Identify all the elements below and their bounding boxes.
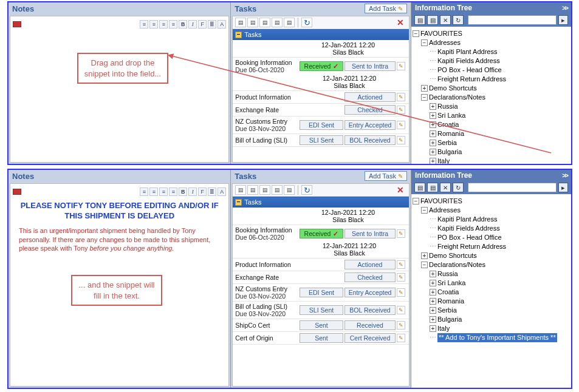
tree-node-label[interactable]: FAVOURITES xyxy=(420,29,462,38)
tree-node-label[interactable]: Romania xyxy=(437,129,464,138)
close-icon[interactable]: ✕ xyxy=(397,185,404,195)
tree-node[interactable]: ⋯** Add to Tony's Important Shipments ** xyxy=(430,333,570,342)
tree-node[interactable]: ⋯Kapiti Fields Address xyxy=(430,56,570,66)
tree-node-label[interactable]: FAVOURITES xyxy=(420,197,462,206)
color-icon[interactable]: A xyxy=(218,188,226,196)
collapse-icon[interactable]: − xyxy=(413,30,419,37)
collapse-icon[interactable]: − xyxy=(421,39,428,46)
task-tool-5-icon[interactable]: ▤ xyxy=(284,185,295,195)
task-tool-4-icon[interactable]: ▤ xyxy=(272,185,283,195)
task-status-1[interactable]: Received✓ xyxy=(300,61,343,71)
tree-node-label[interactable]: Kapiti Plant Address xyxy=(437,215,497,224)
tree-node[interactable]: +Bulgaria xyxy=(430,315,570,324)
bold-icon[interactable]: B xyxy=(179,188,187,196)
collapse-icon[interactable]: − xyxy=(421,262,428,268)
task-status-2[interactable]: Actioned xyxy=(344,92,396,102)
task-edit-icon[interactable]: ✎ xyxy=(397,334,405,342)
expand-icon[interactable]: + xyxy=(430,307,436,314)
tree-node-label[interactable]: Serbia xyxy=(437,306,457,315)
tree-node[interactable]: ⋯Kapiti Fields Address xyxy=(430,224,570,233)
align-right-icon[interactable]: ≡ xyxy=(159,188,168,196)
task-status-1[interactable]: Sent xyxy=(300,333,343,343)
italic-icon[interactable]: I xyxy=(188,20,197,29)
tree-node[interactable]: ⋯PO Box - Head Office xyxy=(430,233,570,242)
tree-node-label[interactable]: PO Box - Head Office xyxy=(437,66,502,75)
align-left-icon[interactable]: ≡ xyxy=(140,20,148,29)
task-status-2[interactable]: BOL Received xyxy=(344,135,396,145)
notes-body[interactable]: ≡ ≡ ≡ ≡ B I F ≣ A PLEASE NOTIFY TONY BEF… xyxy=(10,183,229,387)
bold-icon[interactable]: B xyxy=(179,20,187,29)
task-status-2[interactable]: Sent to Inttra xyxy=(344,61,396,71)
rec-marker-icon[interactable] xyxy=(13,21,21,27)
refresh-icon[interactable]: ↻ xyxy=(301,18,312,27)
expand-icon[interactable]: + xyxy=(430,149,436,155)
task-status-1[interactable]: Sent xyxy=(300,320,343,330)
task-edit-icon[interactable]: ✎ xyxy=(397,62,405,70)
task-edit-icon[interactable]: ✎ xyxy=(397,273,405,282)
tree-node-label[interactable]: Croatia xyxy=(437,120,459,129)
tree-tools-icon[interactable]: ✕ xyxy=(440,183,451,192)
task-tool-2-icon[interactable]: ▤ xyxy=(247,18,258,27)
align-left-icon[interactable]: ≡ xyxy=(140,188,148,196)
expand-icon[interactable]: + xyxy=(430,112,436,119)
tree-node-label[interactable]: Italy xyxy=(437,324,450,333)
task-tool-1-icon[interactable]: ▤ xyxy=(235,185,246,195)
chevron-right-icon[interactable]: >> xyxy=(562,4,567,12)
collapse-icon[interactable]: − xyxy=(421,94,428,101)
tree-node[interactable]: +Italy xyxy=(430,157,570,164)
expand-icon[interactable]: + xyxy=(421,252,428,259)
tree-node-label[interactable]: Kapiti Fields Address xyxy=(437,224,500,233)
tree-node[interactable]: ⋯Freight Return Address xyxy=(430,75,570,84)
rec-marker-icon[interactable] xyxy=(13,189,21,195)
expand-icon[interactable]: + xyxy=(430,298,436,305)
tree-node[interactable]: +Russia xyxy=(430,269,570,279)
tree-node[interactable]: +Serbia xyxy=(430,306,570,315)
task-tool-4-icon[interactable]: ▤ xyxy=(272,18,283,27)
chevron-right-icon[interactable]: >> xyxy=(562,172,567,179)
tree-node-label[interactable]: Freight Return Address xyxy=(437,75,506,84)
expand-icon[interactable]: + xyxy=(430,103,436,110)
font-icon[interactable]: F xyxy=(198,20,207,29)
task-status-1[interactable]: EDI Sent xyxy=(300,288,343,297)
tree-refresh-icon[interactable]: ↻ xyxy=(453,183,464,192)
tree-node[interactable]: +Croatia xyxy=(430,120,570,129)
task-status-2[interactable]: Received xyxy=(344,320,396,330)
task-status-2[interactable]: Sent to Inttra xyxy=(344,229,396,238)
tree-node-label[interactable]: PO Box - Head Office xyxy=(437,233,502,242)
tree-node-label[interactable]: Russia xyxy=(437,102,458,111)
align-center-icon[interactable]: ≡ xyxy=(149,20,158,29)
tree-node-label[interactable]: Bulgaria xyxy=(437,315,462,324)
tree-node[interactable]: ⋯Kapiti Plant Address xyxy=(430,47,570,56)
tree-go-button[interactable]: ▸ xyxy=(558,15,568,25)
expand-icon[interactable]: + xyxy=(430,316,436,323)
tree-node[interactable]: +Italy xyxy=(430,324,570,333)
task-tool-2-icon[interactable]: ▤ xyxy=(247,185,258,195)
tree-node-label[interactable]: Russia xyxy=(437,269,458,279)
expand-icon[interactable]: + xyxy=(430,289,436,296)
tasks-group-header[interactable]: − Tasks xyxy=(233,197,409,208)
tasks-group-header[interactable]: − Tasks xyxy=(233,29,409,40)
task-edit-icon[interactable]: ✎ xyxy=(397,306,405,314)
font-icon[interactable]: F xyxy=(198,188,207,196)
tree-node[interactable]: ⋯Kapiti Plant Address xyxy=(430,215,570,224)
task-status-1[interactable]: SLI Sent xyxy=(300,305,343,315)
tree-node-label[interactable]: Demo Shortcuts xyxy=(429,251,477,260)
task-status-1[interactable]: Received✓ xyxy=(300,229,343,238)
expand-icon[interactable]: + xyxy=(430,130,436,137)
task-tool-3-icon[interactable]: ▤ xyxy=(259,185,270,195)
tree-node[interactable]: +Bulgaria xyxy=(430,147,570,157)
tree-search-input[interactable] xyxy=(468,183,557,192)
task-tool-1-icon[interactable]: ▤ xyxy=(235,18,246,27)
align-justify-icon[interactable]: ≡ xyxy=(169,188,177,196)
task-edit-icon[interactable]: ✎ xyxy=(397,229,405,238)
tree-node[interactable]: −Declarations/Notes xyxy=(421,93,570,102)
task-status-1[interactable]: SLI Sent xyxy=(300,135,343,145)
tree-node[interactable]: −FAVOURITES xyxy=(413,29,570,38)
expand-icon[interactable]: + xyxy=(421,85,428,92)
tree-node[interactable]: −Addresses xyxy=(421,206,570,215)
tree-node-label[interactable]: Demo Shortcuts xyxy=(429,84,477,93)
tree-node-label[interactable]: Sri Lanka xyxy=(437,279,465,288)
task-status-1[interactable]: EDI Sent xyxy=(300,120,343,130)
tree-node[interactable]: +Sri Lanka xyxy=(430,111,570,120)
tree-node[interactable]: −Declarations/Notes xyxy=(421,260,570,269)
